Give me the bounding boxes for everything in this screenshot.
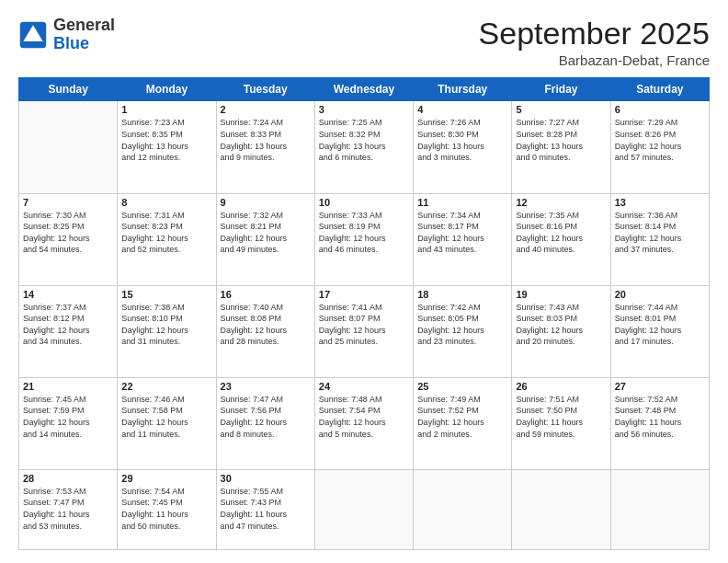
calendar-cell: 7Sunrise: 7:30 AM Sunset: 8:25 PM Daylig… [19, 193, 118, 285]
calendar-cell: 30Sunrise: 7:55 AM Sunset: 7:43 PM Dayli… [216, 469, 314, 549]
day-number: 18 [417, 289, 507, 300]
day-info: Sunrise: 7:44 AM Sunset: 8:01 PM Dayligh… [615, 302, 705, 348]
calendar-cell: 25Sunrise: 7:49 AM Sunset: 7:52 PM Dayli… [414, 377, 512, 469]
calendar-cell: 28Sunrise: 7:53 AM Sunset: 7:47 PM Dayli… [19, 469, 118, 549]
day-info: Sunrise: 7:43 AM Sunset: 8:03 PM Dayligh… [516, 302, 606, 348]
day-info: Sunrise: 7:31 AM Sunset: 8:23 PM Dayligh… [121, 210, 211, 256]
day-info: Sunrise: 7:23 AM Sunset: 8:35 PM Dayligh… [121, 117, 211, 163]
day-number: 4 [417, 104, 507, 115]
day-info: Sunrise: 7:37 AM Sunset: 8:12 PM Dayligh… [23, 302, 113, 348]
day-info: Sunrise: 7:52 AM Sunset: 7:48 PM Dayligh… [615, 394, 705, 440]
calendar-cell: 24Sunrise: 7:48 AM Sunset: 7:54 PM Dayli… [314, 377, 413, 469]
calendar: SundayMondayTuesdayWednesdayThursdayFrid… [18, 77, 710, 550]
calendar-cell: 15Sunrise: 7:38 AM Sunset: 8:10 PM Dayli… [118, 285, 216, 377]
day-number: 7 [23, 197, 113, 208]
calendar-cell [414, 469, 512, 549]
calendar-row-2: 14Sunrise: 7:37 AM Sunset: 8:12 PM Dayli… [19, 285, 710, 377]
day-info: Sunrise: 7:35 AM Sunset: 8:16 PM Dayligh… [516, 210, 606, 256]
logo: General Blue [18, 17, 115, 53]
weekday-header-row: SundayMondayTuesdayWednesdayThursdayFrid… [19, 78, 710, 101]
page: General Blue September 2025 Barbazan-Deb… [0, 0, 728, 563]
calendar-cell: 26Sunrise: 7:51 AM Sunset: 7:50 PM Dayli… [512, 377, 610, 469]
month-title: September 2025 [479, 17, 710, 51]
day-number: 3 [319, 104, 409, 115]
day-info: Sunrise: 7:47 AM Sunset: 7:56 PM Dayligh… [221, 394, 311, 440]
day-info: Sunrise: 7:49 AM Sunset: 7:52 PM Dayligh… [417, 394, 507, 440]
calendar-row-0: 1Sunrise: 7:23 AM Sunset: 8:35 PM Daylig… [19, 101, 710, 193]
calendar-cell: 2Sunrise: 7:24 AM Sunset: 8:33 PM Daylig… [216, 101, 314, 193]
calendar-cell: 16Sunrise: 7:40 AM Sunset: 8:08 PM Dayli… [216, 285, 314, 377]
day-number: 9 [221, 197, 311, 208]
calendar-row-4: 28Sunrise: 7:53 AM Sunset: 7:47 PM Dayli… [19, 469, 710, 549]
weekday-header-monday: Monday [118, 78, 216, 101]
calendar-cell: 29Sunrise: 7:54 AM Sunset: 7:45 PM Dayli… [118, 469, 216, 549]
calendar-cell: 11Sunrise: 7:34 AM Sunset: 8:17 PM Dayli… [414, 193, 512, 285]
calendar-cell: 18Sunrise: 7:42 AM Sunset: 8:05 PM Dayli… [414, 285, 512, 377]
day-number: 27 [615, 381, 705, 392]
location: Barbazan-Debat, France [479, 52, 710, 68]
day-number: 23 [221, 381, 311, 392]
calendar-cell: 10Sunrise: 7:33 AM Sunset: 8:19 PM Dayli… [314, 193, 413, 285]
title-block: September 2025 Barbazan-Debat, France [479, 17, 710, 68]
logo-icon [18, 20, 48, 50]
calendar-cell: 19Sunrise: 7:43 AM Sunset: 8:03 PM Dayli… [512, 285, 610, 377]
calendar-cell: 5Sunrise: 7:27 AM Sunset: 8:28 PM Daylig… [512, 101, 610, 193]
day-number: 15 [121, 289, 211, 300]
day-info: Sunrise: 7:40 AM Sunset: 8:08 PM Dayligh… [221, 302, 311, 348]
day-info: Sunrise: 7:55 AM Sunset: 7:43 PM Dayligh… [221, 486, 311, 532]
day-number: 25 [417, 381, 507, 392]
day-number: 2 [221, 104, 311, 115]
day-number: 19 [516, 289, 606, 300]
calendar-cell: 8Sunrise: 7:31 AM Sunset: 8:23 PM Daylig… [118, 193, 216, 285]
calendar-cell: 20Sunrise: 7:44 AM Sunset: 8:01 PM Dayli… [610, 285, 709, 377]
day-info: Sunrise: 7:48 AM Sunset: 7:54 PM Dayligh… [319, 394, 409, 440]
day-number: 8 [121, 197, 211, 208]
weekday-header-wednesday: Wednesday [314, 78, 413, 101]
day-number: 24 [319, 381, 409, 392]
day-info: Sunrise: 7:32 AM Sunset: 8:21 PM Dayligh… [221, 210, 311, 256]
day-info: Sunrise: 7:42 AM Sunset: 8:05 PM Dayligh… [417, 302, 507, 348]
day-info: Sunrise: 7:54 AM Sunset: 7:45 PM Dayligh… [121, 486, 211, 532]
day-number: 12 [516, 197, 606, 208]
day-number: 10 [319, 197, 409, 208]
day-info: Sunrise: 7:38 AM Sunset: 8:10 PM Dayligh… [121, 302, 211, 348]
day-info: Sunrise: 7:36 AM Sunset: 8:14 PM Dayligh… [615, 210, 705, 256]
day-info: Sunrise: 7:33 AM Sunset: 8:19 PM Dayligh… [319, 210, 409, 256]
day-number: 13 [615, 197, 705, 208]
logo-general: General [53, 17, 115, 35]
calendar-cell: 12Sunrise: 7:35 AM Sunset: 8:16 PM Dayli… [512, 193, 610, 285]
weekday-header-tuesday: Tuesday [216, 78, 314, 101]
calendar-row-1: 7Sunrise: 7:30 AM Sunset: 8:25 PM Daylig… [19, 193, 710, 285]
day-info: Sunrise: 7:53 AM Sunset: 7:47 PM Dayligh… [23, 486, 113, 532]
weekday-header-saturday: Saturday [610, 78, 709, 101]
day-info: Sunrise: 7:25 AM Sunset: 8:32 PM Dayligh… [319, 117, 409, 163]
day-number: 5 [516, 104, 606, 115]
calendar-cell: 13Sunrise: 7:36 AM Sunset: 8:14 PM Dayli… [610, 193, 709, 285]
calendar-cell: 3Sunrise: 7:25 AM Sunset: 8:32 PM Daylig… [314, 101, 413, 193]
day-number: 21 [23, 381, 113, 392]
calendar-cell: 22Sunrise: 7:46 AM Sunset: 7:58 PM Dayli… [118, 377, 216, 469]
day-info: Sunrise: 7:34 AM Sunset: 8:17 PM Dayligh… [417, 210, 507, 256]
calendar-cell [314, 469, 413, 549]
day-info: Sunrise: 7:51 AM Sunset: 7:50 PM Dayligh… [516, 394, 606, 440]
calendar-cell [19, 101, 118, 193]
calendar-cell: 17Sunrise: 7:41 AM Sunset: 8:07 PM Dayli… [314, 285, 413, 377]
day-info: Sunrise: 7:29 AM Sunset: 8:26 PM Dayligh… [615, 117, 705, 163]
calendar-cell: 21Sunrise: 7:45 AM Sunset: 7:59 PM Dayli… [19, 377, 118, 469]
day-number: 11 [417, 197, 507, 208]
day-info: Sunrise: 7:30 AM Sunset: 8:25 PM Dayligh… [23, 210, 113, 256]
calendar-cell [512, 469, 610, 549]
header: General Blue September 2025 Barbazan-Deb… [18, 17, 710, 68]
calendar-cell: 27Sunrise: 7:52 AM Sunset: 7:48 PM Dayli… [610, 377, 709, 469]
weekday-header-sunday: Sunday [19, 78, 118, 101]
calendar-cell: 14Sunrise: 7:37 AM Sunset: 8:12 PM Dayli… [19, 285, 118, 377]
day-number: 17 [319, 289, 409, 300]
day-number: 30 [221, 473, 311, 484]
day-number: 22 [121, 381, 211, 392]
weekday-header-thursday: Thursday [414, 78, 512, 101]
day-info: Sunrise: 7:24 AM Sunset: 8:33 PM Dayligh… [221, 117, 311, 163]
day-info: Sunrise: 7:41 AM Sunset: 8:07 PM Dayligh… [319, 302, 409, 348]
calendar-cell: 1Sunrise: 7:23 AM Sunset: 8:35 PM Daylig… [118, 101, 216, 193]
day-number: 20 [615, 289, 705, 300]
logo-blue: Blue [53, 35, 115, 53]
